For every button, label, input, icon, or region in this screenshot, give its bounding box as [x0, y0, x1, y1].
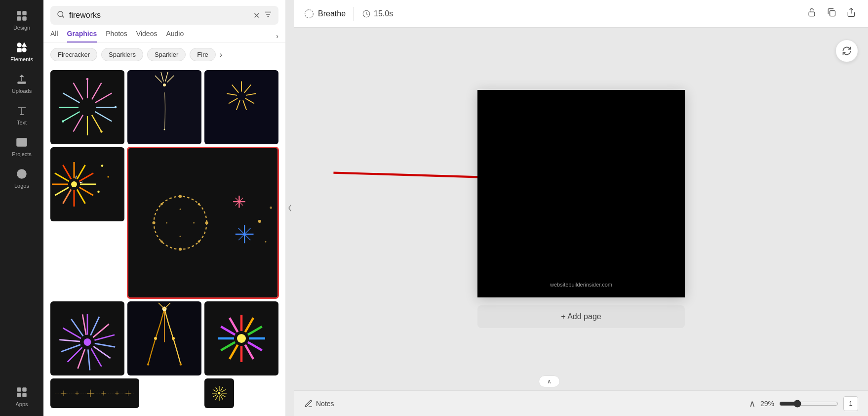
- svg-line-24: [74, 115, 83, 132]
- element-item[interactable]: [127, 301, 201, 375]
- apps-icon: [15, 385, 29, 399]
- element-item[interactable]: [204, 301, 278, 375]
- upload-icon: [15, 72, 29, 86]
- svg-line-124: [230, 318, 238, 332]
- svg-point-74: [160, 203, 163, 206]
- svg-rect-155: [830, 11, 835, 16]
- svg-line-117: [248, 342, 262, 351]
- svg-line-58: [55, 173, 69, 182]
- tag-firecracker[interactable]: Firecracker: [50, 48, 97, 61]
- svg-point-7: [22, 48, 26, 52]
- tag-fire[interactable]: Fire: [190, 48, 215, 61]
- share-button[interactable]: [844, 5, 858, 22]
- sidebar-item-label: Text: [17, 120, 27, 125]
- sidebar-item-apps[interactable]: Apps: [0, 380, 43, 412]
- svg-point-68: [152, 221, 155, 224]
- svg-point-30: [115, 106, 117, 109]
- svg-point-89: [265, 241, 266, 243]
- element-item[interactable]: [50, 147, 124, 221]
- tag-sparklers[interactable]: Sparklers: [101, 48, 143, 61]
- svg-line-100: [61, 345, 80, 352]
- page-scroll-up-button[interactable]: ∧: [749, 398, 755, 409]
- tab-graphics[interactable]: Graphics: [67, 30, 97, 42]
- elements-grid: [43, 66, 285, 416]
- svg-line-43: [243, 100, 246, 110]
- svg-rect-154: [809, 12, 815, 16]
- svg-line-120: [230, 345, 238, 359]
- tab-audio[interactable]: Audio: [166, 30, 184, 42]
- search-bar-container: fireworks ✕: [43, 0, 285, 25]
- element-item[interactable]: [204, 70, 278, 144]
- svg-point-88: [270, 207, 272, 209]
- topbar-right: [805, 5, 858, 22]
- svg-point-152: [305, 9, 314, 18]
- svg-point-37: [163, 83, 166, 86]
- element-item-selected[interactable]: [127, 147, 278, 298]
- page-number-button[interactable]: 1: [843, 396, 858, 411]
- svg-line-101: [59, 340, 80, 342]
- search-filter-button[interactable]: [264, 10, 273, 21]
- notes-label: Notes: [316, 400, 334, 408]
- tags-more-arrow[interactable]: ›: [220, 50, 222, 59]
- svg-line-41: [246, 93, 256, 95]
- duplicate-button[interactable]: [825, 5, 838, 22]
- svg-rect-12: [17, 388, 21, 391]
- svg-line-21: [95, 112, 112, 122]
- sidebar-item-text[interactable]: Text: [0, 99, 43, 130]
- tab-photos[interactable]: Photos: [106, 30, 127, 42]
- notes-button[interactable]: Notes: [304, 399, 334, 408]
- svg-line-149: [213, 390, 217, 392]
- svg-line-18: [92, 83, 102, 100]
- svg-line-44: [237, 100, 240, 110]
- add-page-button[interactable]: + Add page: [477, 305, 685, 328]
- sidebar-item-label: Elements: [10, 56, 33, 62]
- search-clear-button[interactable]: ✕: [253, 11, 260, 20]
- tab-all[interactable]: All: [50, 30, 58, 42]
- canvas-card[interactable]: websitebuilderinsider.com: [477, 90, 685, 297]
- svg-line-62: [80, 182, 83, 183]
- svg-line-46: [227, 93, 237, 95]
- panel-collapse-handle[interactable]: [285, 0, 294, 416]
- svg-point-105: [84, 338, 91, 346]
- svg-line-35: [167, 76, 174, 83]
- element-item[interactable]: [50, 70, 124, 144]
- element-item[interactable]: [127, 70, 201, 144]
- svg-point-78: [180, 208, 181, 210]
- svg-point-29: [86, 78, 89, 81]
- tabs-more-button[interactable]: ›: [276, 32, 278, 40]
- svg-line-19: [95, 93, 112, 103]
- svg-rect-13: [23, 388, 26, 391]
- tag-sparkler[interactable]: Sparkler: [147, 48, 186, 61]
- animate-name: Breathe: [318, 9, 346, 18]
- svg-line-146: [216, 395, 218, 400]
- sidebar-item-elements[interactable]: Elements: [0, 36, 43, 67]
- page-number: 1: [849, 400, 852, 407]
- tab-videos[interactable]: Videos: [136, 30, 158, 42]
- scroll-up-button[interactable]: ∧: [539, 375, 560, 387]
- svg-line-104: [82, 314, 86, 334]
- unlock-button[interactable]: [805, 5, 819, 22]
- sidebar-item-design[interactable]: Design: [0, 4, 43, 36]
- svg-line-94: [95, 343, 115, 347]
- sidebar-item-label: Apps: [15, 401, 28, 407]
- zoom-slider[interactable]: [779, 400, 838, 408]
- sidebar-item-uploads[interactable]: Uploads: [0, 67, 43, 99]
- element-item[interactable]: [204, 378, 234, 408]
- svg-line-28: [74, 83, 83, 100]
- svg-line-144: [220, 395, 223, 400]
- sidebar-item-logos[interactable]: co. Logos: [0, 162, 43, 194]
- sidebar-nav: Design Elements Uploads: [0, 0, 43, 416]
- element-item[interactable]: [50, 301, 124, 375]
- sidebar-item-projects[interactable]: Projects: [0, 130, 43, 162]
- svg-point-4: [17, 43, 21, 47]
- canvas-workspace: websitebuilderinsider.com + Add page: [294, 28, 868, 390]
- design-icon: [15, 9, 29, 23]
- svg-line-114: [245, 318, 254, 332]
- svg-point-70: [179, 195, 182, 198]
- search-input[interactable]: fireworks: [69, 11, 249, 20]
- svg-line-118: [245, 345, 254, 359]
- svg-point-106: [154, 337, 157, 340]
- notes-icon: [304, 399, 313, 408]
- sidebar-item-label: Design: [13, 25, 30, 31]
- element-item[interactable]: [50, 378, 139, 408]
